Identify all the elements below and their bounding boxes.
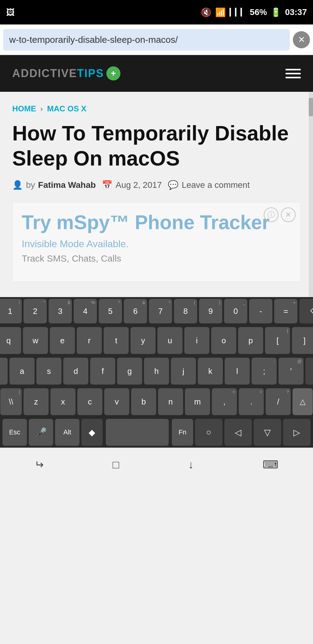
hamburger-line-2: [285, 73, 301, 74]
key-quote[interactable]: '@: [278, 358, 304, 385]
ad-subtitle: Invisible Mode Available.: [22, 238, 291, 250]
key-y[interactable]: y: [131, 327, 156, 354]
battery-icon: 🔋: [271, 7, 281, 17]
key-ctrl[interactable]: Ctrl: [0, 358, 8, 385]
key-4[interactable]: 4%: [74, 299, 97, 323]
status-bar-right: 🔇 📶 ▎▎▎ 56% 🔋 03:37: [201, 7, 307, 17]
key-triangle[interactable]: △: [293, 388, 313, 415]
key-h[interactable]: h: [144, 358, 169, 385]
key-l[interactable]: l: [225, 358, 250, 385]
site-header: ADDICTIVETIPS +: [0, 55, 313, 92]
key-x[interactable]: x: [50, 388, 75, 415]
url-close-button[interactable]: ✕: [293, 31, 310, 48]
comment-icon: 💬: [168, 180, 179, 190]
key-fn[interactable]: Fn: [172, 419, 193, 446]
key-period[interactable]: .>: [239, 388, 264, 415]
key-i[interactable]: i: [184, 327, 209, 354]
key-6[interactable]: 6&: [124, 299, 147, 323]
key-b[interactable]: b: [131, 388, 156, 415]
key-o[interactable]: o: [211, 327, 236, 354]
key-d[interactable]: d: [63, 358, 88, 385]
key-circle[interactable]: ○: [195, 419, 223, 446]
breadcrumb-separator: ›: [40, 105, 43, 113]
key-q[interactable]: q: [0, 327, 21, 354]
key-equals[interactable]: =+: [274, 299, 297, 323]
ad-controls: ⓘ ✕: [264, 207, 296, 222]
logo-addictive: ADDICTIVE: [12, 67, 77, 80]
nav-keyboard-button[interactable]: ⌨: [263, 458, 278, 471]
key-t[interactable]: t: [104, 327, 129, 354]
key-e[interactable]: e: [50, 327, 75, 354]
hamburger-menu[interactable]: [285, 69, 301, 78]
nav-tabs-button[interactable]: □: [112, 458, 119, 471]
article-meta: 👤 by Fatima Wahab 📅 Aug 2, 2017 💬 Leave …: [12, 180, 301, 190]
nav-back-button[interactable]: ↵: [35, 458, 44, 471]
key-8[interactable]: 8(: [174, 299, 197, 323]
key-alt[interactable]: Alt: [55, 419, 79, 446]
logo-text: ADDICTIVETIPS: [12, 67, 104, 80]
hamburger-line-1: [285, 69, 301, 70]
key-backspace[interactable]: ⌫: [299, 299, 313, 323]
key-m[interactable]: m: [185, 388, 210, 415]
key-0[interactable]: 0_: [224, 299, 247, 323]
scrollbar[interactable]: [309, 92, 313, 297]
key-right-arrow[interactable]: ▷: [283, 419, 311, 446]
tabs-icon: □: [112, 458, 119, 471]
key-u[interactable]: u: [157, 327, 182, 354]
scrollbar-thumb: [309, 98, 313, 116]
key-a[interactable]: a: [9, 358, 35, 385]
key-special-symbol[interactable]: ◆: [81, 419, 103, 446]
key-open-bracket[interactable]: [{: [265, 327, 290, 354]
key-go[interactable]: Go: [305, 358, 313, 385]
key-microphone[interactable]: 🎤: [29, 419, 53, 446]
battery-percent: 56%: [250, 7, 267, 17]
author-icon: 👤: [12, 180, 23, 190]
key-down-arrow[interactable]: ▽: [254, 419, 281, 446]
breadcrumb-home[interactable]: HOME: [12, 104, 36, 114]
key-g[interactable]: g: [117, 358, 142, 385]
key-comma[interactable]: ,<: [212, 388, 237, 415]
key-z[interactable]: z: [24, 388, 49, 415]
key-7[interactable]: 7*: [149, 299, 172, 323]
breadcrumb-current[interactable]: MAC OS X: [47, 104, 87, 114]
wifi-icon: 📶: [215, 7, 226, 17]
key-n[interactable]: n: [158, 388, 183, 415]
key-9[interactable]: 9): [199, 299, 222, 323]
key-f[interactable]: f: [90, 358, 115, 385]
logo-tips: TIPS: [77, 67, 104, 80]
ad-close-button[interactable]: ✕: [281, 207, 296, 222]
status-bar: 🖼 🔇 📶 ▎▎▎ 56% 🔋 03:37: [0, 0, 313, 24]
ad-info-button[interactable]: ⓘ: [264, 207, 278, 222]
key-w[interactable]: w: [23, 327, 48, 354]
key-v[interactable]: v: [104, 388, 129, 415]
key-1[interactable]: 1!: [0, 299, 22, 323]
key-left-arrow[interactable]: ◁: [224, 419, 252, 446]
key-s[interactable]: s: [36, 358, 61, 385]
author-name[interactable]: Fatima Wahab: [38, 180, 96, 190]
key-p[interactable]: p: [238, 327, 263, 354]
back-icon: ↵: [35, 458, 44, 471]
key-esc[interactable]: Esc: [2, 419, 27, 446]
logo-plus-icon: +: [106, 66, 120, 80]
key-3[interactable]: 3$: [49, 299, 72, 323]
nav-down-button[interactable]: ↓: [188, 458, 194, 471]
key-close-bracket[interactable]: ]}: [292, 327, 313, 354]
key-j[interactable]: j: [171, 358, 196, 385]
calendar-icon: 📅: [102, 180, 112, 190]
url-input[interactable]: [3, 29, 290, 50]
meta-date: 📅 Aug 2, 2017: [102, 180, 162, 190]
key-r[interactable]: r: [77, 327, 102, 354]
key-space[interactable]: [106, 419, 169, 446]
key-minus[interactable]: -: [249, 299, 272, 323]
logo-container[interactable]: ADDICTIVETIPS +: [12, 66, 120, 80]
ad-title[interactable]: Try mSpy™ Phone Tracker: [22, 212, 291, 233]
info-icon: ⓘ: [267, 210, 275, 220]
key-k[interactable]: k: [198, 358, 223, 385]
key-c[interactable]: c: [77, 388, 102, 415]
key-slash[interactable]: /?: [266, 388, 291, 415]
key-2[interactable]: 2": [24, 299, 47, 323]
key-semicolon[interactable]: ;:: [252, 358, 277, 385]
comment-label[interactable]: Leave a comment: [182, 180, 250, 190]
key-backslash[interactable]: \\|: [0, 388, 22, 415]
key-5[interactable]: 5^: [99, 299, 122, 323]
